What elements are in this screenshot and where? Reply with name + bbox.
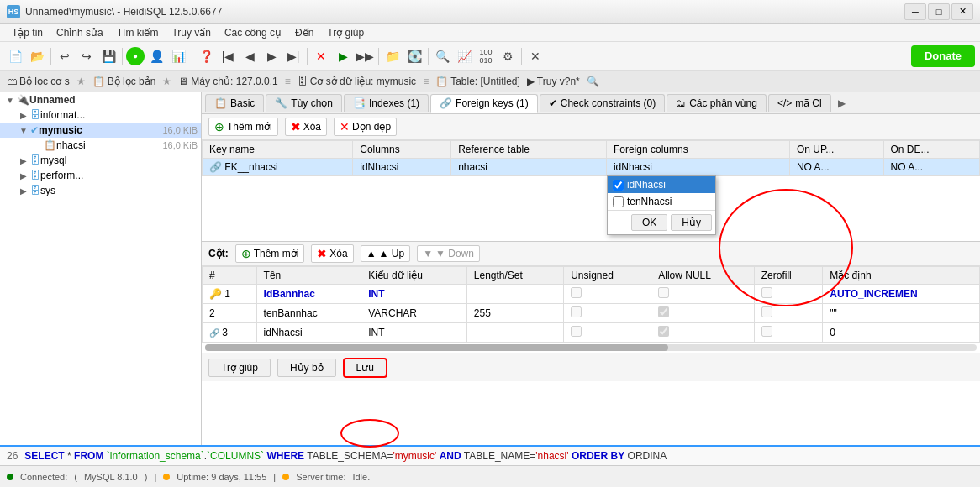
user-button[interactable]: 👤 xyxy=(146,46,166,66)
fk-columns-cell: idNhacsi xyxy=(353,159,451,176)
sidebar-nhacsi-size: 16,0 KiB xyxy=(162,140,198,150)
help-tb-button[interactable]: ❓ xyxy=(196,46,216,66)
open-button[interactable]: 📂 xyxy=(27,46,47,66)
nav-next[interactable]: ▶ xyxy=(261,46,282,66)
mysql-label: MySQL 8.1.0 xyxy=(84,472,138,482)
horizontal-scrollbar[interactable] xyxy=(205,344,977,351)
maximize-button[interactable]: □ xyxy=(928,3,950,20)
sidebar-item-perform[interactable]: ▶ 🗄 perform... xyxy=(0,168,201,183)
stop-button[interactable]: ✕ xyxy=(311,46,331,66)
title-bar: HS Unnamed\mymusic\ - HeidiSQL 12.5.0.66… xyxy=(0,0,980,24)
col-delete-button[interactable]: ✖ Xóa xyxy=(311,244,353,263)
fc-checkbox-tennhacsi[interactable] xyxy=(613,196,624,207)
nav-first[interactable]: |◀ xyxy=(218,46,238,66)
table-row[interactable]: 🔗 3 idNhacsi INT 0 xyxy=(203,323,980,343)
sidebar-item-sys[interactable]: ▶ 🗄 sys xyxy=(0,183,201,198)
sidebar-item-unnamed[interactable]: ▼ 🔌 Unnamed xyxy=(0,92,201,107)
menu-search[interactable]: Tìm kiếm xyxy=(110,25,166,40)
fk-delete-button[interactable]: ✖ Xóa xyxy=(285,118,327,136)
table-button[interactable]: 📊 xyxy=(168,46,188,66)
col-hdr-type: Kiểu dữ liệu xyxy=(361,267,467,285)
row3-unsigned-cb[interactable] xyxy=(571,326,582,337)
tab-options[interactable]: 🔧 Tùy chọn xyxy=(266,94,342,112)
app-icon: HS xyxy=(7,5,20,18)
fc-ok-button[interactable]: OK xyxy=(631,214,667,231)
row2-num: 2 xyxy=(203,304,257,323)
col-table-wrap: # Tên Kiểu dữ liệu Length/Set Unsigned A… xyxy=(202,266,980,353)
settings-button[interactable]: ⚙ xyxy=(498,46,518,66)
table-row[interactable]: 🔑 1 idBannhac INT AUTO_INCREME xyxy=(203,285,980,304)
sidebar-item-nhacsi[interactable]: 📋 nhacsi 16,0 KiB xyxy=(0,138,201,153)
chart-button[interactable]: 📈 xyxy=(454,46,474,66)
folder-button[interactable]: 📁 xyxy=(382,46,403,66)
tab-indexes[interactable]: 📑 Indexes (1) xyxy=(344,94,429,112)
menu-tools[interactable]: Các công cụ xyxy=(218,25,288,40)
tab-more[interactable]: ▶ xyxy=(833,95,851,112)
filter-table-item[interactable]: 📋 Bộ lọc bản xyxy=(92,76,156,87)
disk-button[interactable]: 💽 xyxy=(404,46,424,66)
paren-close: ) xyxy=(145,472,148,482)
binary-button[interactable]: 100010 xyxy=(476,46,496,66)
close-button[interactable]: ✕ xyxy=(951,3,973,20)
row3-allownull-cb[interactable] xyxy=(658,326,669,337)
row2-allownull-cb[interactable] xyxy=(658,306,669,317)
tab-check[interactable]: ✔ Check constraints (0) xyxy=(540,94,665,112)
row2-zerofill-cb[interactable] xyxy=(761,306,772,317)
foreign-columns-dropdown: idNhacsi tenNhacsi OK xyxy=(607,175,716,235)
tab-basic[interactable]: 📋 Basic xyxy=(205,94,264,112)
uptime-label: Uptime: 9 days, 11:55 xyxy=(177,472,266,482)
table-row[interactable]: 🔗 FK__nhacsi idNhacsi nhacsi idNhacsi xyxy=(203,159,980,176)
col-up-button[interactable]: ▲ ▲ Up xyxy=(361,245,410,262)
sidebar-item-informat[interactable]: ▶ 🗄 informat... xyxy=(0,107,201,123)
connect-button[interactable]: ● xyxy=(126,47,145,65)
row1-zerofill-cb[interactable] xyxy=(761,287,772,298)
row3-zerofill-cb[interactable] xyxy=(761,326,772,337)
redo-button[interactable]: ↪ xyxy=(76,46,97,66)
table-row[interactable]: 2 tenBannhac VARCHAR 255 "" xyxy=(203,304,980,323)
save-tb-button[interactable]: 💾 xyxy=(98,46,119,66)
save-action-button[interactable]: Lưu xyxy=(343,358,387,378)
fc-checkbox-idnhacsi[interactable] xyxy=(613,180,624,191)
fk-add-button[interactable]: ⊕ Thêm mới xyxy=(208,118,278,136)
run-button[interactable]: ▶ xyxy=(333,46,353,66)
sidebar-sys-label: sys xyxy=(40,185,198,196)
tab-foreign-keys[interactable]: 🔗 Foreign keys (1) xyxy=(430,94,538,113)
col-down-button[interactable]: ▼ ▼ Down xyxy=(417,245,480,262)
nav-prev[interactable]: ◀ xyxy=(240,46,260,66)
search-tb-button[interactable]: 🔍 xyxy=(432,46,452,66)
db-icon: 🗄 xyxy=(298,76,308,87)
row1-allownull-cb[interactable] xyxy=(658,287,669,298)
sidebar: ▼ 🔌 Unnamed ▶ 🗄 informat... ▼ ✔ mymusic … xyxy=(0,92,202,445)
tab-code[interactable]: </> mã Cl xyxy=(768,94,831,112)
undo-button[interactable]: ↩ xyxy=(55,46,75,66)
help-button[interactable]: Trợ giúp xyxy=(208,359,271,377)
fc-item-idnhacsi[interactable]: idNhacsi xyxy=(608,176,715,193)
col-key-name: Key name xyxy=(203,141,353,159)
sidebar-item-mymusic[interactable]: ▼ ✔ mymusic 16,0 KiB xyxy=(0,123,201,138)
close-tb-button[interactable]: ✕ xyxy=(525,46,545,66)
menu-edit[interactable]: Chỉnh sửa xyxy=(50,25,110,40)
sidebar-item-mysql[interactable]: ▶ 🗄 mysql xyxy=(0,153,201,168)
menu-file[interactable]: Tập tin xyxy=(5,25,50,40)
col-add-button[interactable]: ⊕ Thêm mới xyxy=(235,244,305,263)
minimize-button[interactable]: ─ xyxy=(904,3,926,20)
cancel-action-button[interactable]: Hủy bỏ xyxy=(277,359,336,377)
fc-item-tennhacsi[interactable]: tenNhacsi xyxy=(608,193,715,210)
row2-unsigned-cb[interactable] xyxy=(571,306,582,317)
tab-partitions[interactable]: 🗂 Các phân vùng xyxy=(667,94,767,112)
fk-clean-button[interactable]: ✕ Dọn dẹp xyxy=(334,118,397,136)
menu-query[interactable]: Truy vấn xyxy=(165,25,218,40)
fk-foreign-col-cell[interactable]: idNhacsi idNhacsi xyxy=(606,159,789,176)
new-button[interactable]: 📄 xyxy=(5,46,25,66)
filter-db-item[interactable]: 🗃 Bộ lọc cơ s xyxy=(7,76,70,87)
row1-default: AUTO_INCREMEN xyxy=(823,285,980,304)
run-all-button[interactable]: ▶▶ xyxy=(355,46,375,66)
fc-cancel-button[interactable]: Hủy xyxy=(671,214,712,231)
nav-last[interactable]: ▶| xyxy=(283,46,303,66)
col-hdr-allownull: Allow NULL xyxy=(651,267,755,285)
menu-go[interactable]: Đến xyxy=(288,25,320,40)
donate-button[interactable]: Donate xyxy=(911,45,975,67)
row3-unsigned xyxy=(564,323,651,343)
row1-unsigned-cb[interactable] xyxy=(571,287,582,298)
menu-help[interactable]: Trợ giúp xyxy=(320,25,371,40)
